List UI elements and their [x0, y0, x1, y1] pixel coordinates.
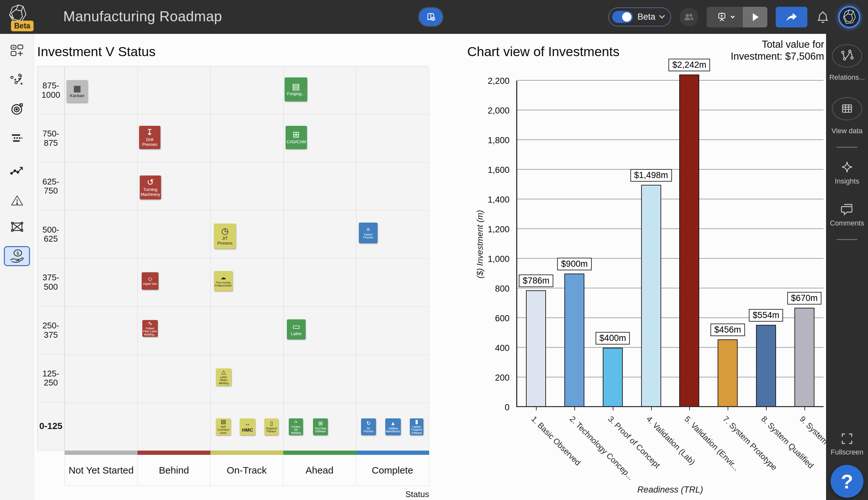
bar-value-label: $900m: [557, 258, 592, 270]
gridline: [517, 199, 823, 200]
matrix-card[interactable]: ☁Five Access Postprocessing...: [214, 271, 233, 291]
bar[interactable]: [564, 274, 584, 407]
matrix-card[interactable]: ≡Kaizen Process: [359, 223, 377, 243]
bar[interactable]: [526, 290, 546, 407]
view-data-button[interactable]: [826, 97, 868, 120]
status-label: Behind: [138, 455, 211, 486]
matrix-card[interactable]: ↧Drill Presses: [139, 126, 160, 149]
kanban-grid-icon: ▦: [73, 84, 81, 93]
view-data-label: View data: [826, 127, 868, 135]
matrix-card[interactable]: ⊞CAD/CAM: [285, 126, 307, 149]
y-tick-label: 1,400: [479, 195, 509, 205]
collaborators-button[interactable]: [679, 8, 698, 26]
bar[interactable]: [794, 308, 814, 407]
guide-button[interactable]: [418, 7, 443, 27]
matrix-card[interactable]: ▭Lathe: [287, 319, 306, 339]
easel-play-icon: [716, 11, 728, 23]
matrix-card[interactable]: ▤Belt Conveyor Oven: [216, 418, 231, 435]
gridline: [517, 139, 823, 140]
sidebar-item-strategy[interactable]: [0, 72, 34, 88]
sidebar-item-trends[interactable]: [0, 162, 34, 178]
boards-icon: [10, 44, 24, 58]
shaper-icon: ▯: [270, 421, 273, 426]
gridline: [517, 228, 823, 229]
matrix-card[interactable]: ◷JIT Process: [214, 224, 236, 249]
status-strip-behind: [137, 451, 210, 455]
main-content: Investment V Status Investment 875-1000 …: [34, 34, 826, 500]
process-loop-icon: ↻: [366, 421, 371, 426]
bar-value-label: $400m: [596, 332, 630, 344]
matrix-card[interactable]: ▲Additive Manufacturing: [385, 418, 401, 435]
x-tick-mark: [574, 407, 575, 410]
toggle-switch-icon[interactable]: [612, 11, 633, 23]
row-label: 750-875: [37, 114, 64, 162]
beta-toggle[interactable]: Beta: [608, 8, 671, 26]
sidebar-item-roadmap[interactable]: [0, 131, 34, 146]
sidebar-item-goals[interactable]: [0, 102, 34, 116]
cloud-settings-icon: ☁: [221, 275, 226, 280]
sidebar-item-matrix[interactable]: [0, 219, 34, 234]
header-actions: Beta: [608, 0, 860, 34]
bar[interactable]: [718, 339, 737, 407]
relations-label: Relations...: [826, 73, 868, 82]
bar[interactable]: [679, 75, 699, 407]
comments-icon: [839, 201, 855, 218]
sidebar-item-investments[interactable]: $: [4, 246, 30, 266]
bar-value-label: $786m: [519, 274, 553, 287]
matrix-card[interactable]: ≈Friction Stir Welding: [289, 418, 303, 435]
present-board-button[interactable]: [707, 7, 743, 27]
bar[interactable]: [603, 348, 623, 407]
y-tick-label: 200: [479, 373, 509, 383]
row-label: 500-625: [37, 210, 64, 258]
row-label: 125-250: [37, 354, 64, 402]
matrix-card[interactable]: ↺Turning Machinery: [140, 175, 161, 200]
warning-triangle-icon: [10, 193, 24, 208]
matrix-card[interactable]: ↻5S Process: [361, 418, 376, 435]
matrix-card[interactable]: ▦Kanban: [67, 80, 88, 103]
row-label: 625-750: [37, 162, 64, 211]
bar[interactable]: [756, 325, 776, 407]
matrix-card[interactable]: ⊞Tool Data Software: [313, 418, 328, 435]
help-button[interactable]: ?: [831, 465, 864, 498]
matrix-card[interactable]: ↔HMC: [240, 418, 255, 435]
svg-text:$: $: [16, 251, 19, 256]
sidebar-divider: [837, 239, 857, 240]
matrix-card[interactable]: △Laser Beam Welding: [216, 368, 232, 386]
beta-toggle-label: Beta: [637, 12, 655, 22]
share-button[interactable]: [776, 7, 807, 27]
y-tick-label: 0: [479, 402, 509, 412]
workflow-icon: ≡: [367, 227, 370, 232]
left-sidebar: $: [0, 34, 34, 500]
fullscreen-button[interactable]: [826, 431, 868, 446]
matrix-card[interactable]: ∿Pulsed Fiber Laser Welding...: [142, 320, 158, 337]
avatar[interactable]: [838, 6, 860, 28]
x-tick-mark: [766, 407, 767, 410]
gridline: [517, 288, 823, 288]
sidebar-item-boards[interactable]: [0, 44, 34, 58]
table-icon: [839, 102, 855, 116]
sidebar-item-risks[interactable]: [0, 193, 34, 208]
status-strip-on-track: [210, 451, 283, 455]
insights-button[interactable]: [826, 159, 868, 176]
status-label: Ahead: [283, 455, 356, 486]
chart-y-axis-title: ($) Investment (m): [475, 210, 485, 279]
chevron-down-icon: [731, 14, 735, 19]
matrix-card[interactable]: ▮Carbon Footprint Software: [410, 418, 423, 435]
row-label: 0-125: [37, 402, 64, 450]
bar[interactable]: [641, 185, 661, 407]
matrix-card[interactable]: ▤Forging...: [285, 77, 307, 101]
matrix-card[interactable]: ▯Shapers/ Planers: [264, 418, 279, 435]
y-tick-label: 2,000: [479, 106, 509, 116]
play-button[interactable]: [743, 7, 767, 27]
comments-button[interactable]: [826, 201, 868, 218]
matrix-card[interactable]: ◇Digital Twin: [142, 272, 158, 290]
relations-button[interactable]: [826, 44, 868, 67]
chart-x-axis-title: Readiness (TRL): [517, 485, 823, 495]
cube-icon: ◇: [148, 276, 152, 282]
y-tick-label: 1,600: [479, 165, 509, 175]
play-icon: [749, 12, 760, 23]
y-tick-label: 1,000: [479, 254, 509, 264]
comments-label: Comments: [826, 219, 868, 227]
horizontal-arrows-icon: ↔: [245, 421, 250, 427]
notifications-button[interactable]: [816, 10, 830, 24]
